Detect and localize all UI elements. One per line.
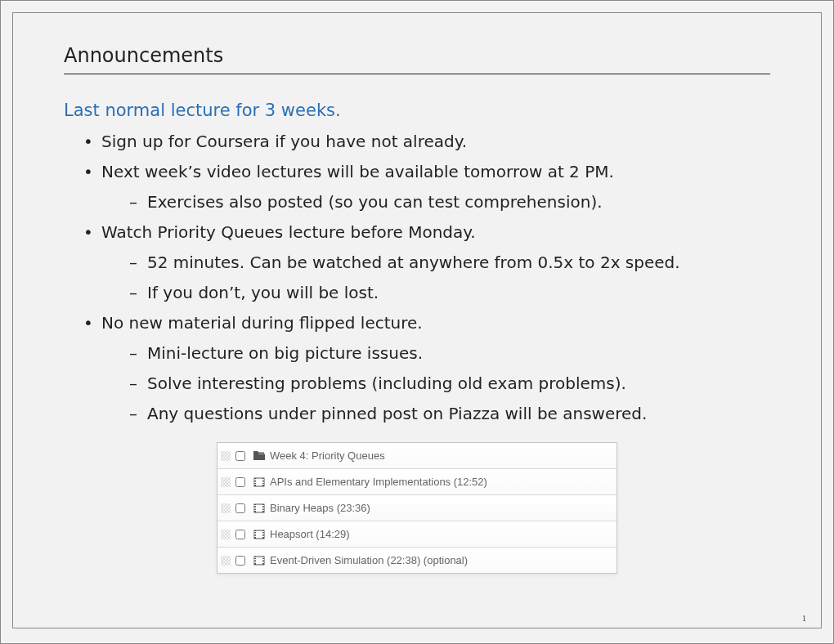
sub-bullet-text: Exercises also posted (so you can test c… [147,192,603,212]
svg-rect-14 [254,505,256,506]
svg-rect-5 [254,482,256,483]
title-rule [64,74,770,74]
page-container: Announcements Last normal lecture for 3 … [0,0,834,644]
folder-icon [253,451,265,461]
section-subhead: Last normal lecture for 3 weeks. [64,101,770,120]
film-icon [253,530,265,539]
drag-handle-icon[interactable] [221,477,231,487]
row-checkbox[interactable] [235,530,245,539]
film-icon [253,477,265,487]
drag-handle-icon[interactable] [221,451,231,461]
svg-rect-6 [254,484,256,485]
sub-bullet-list: Exercises also posted (so you can test c… [101,187,770,217]
svg-rect-28 [254,536,256,537]
sub-bullet-text: Mini-lecture on big picture issues. [147,343,423,363]
video-row-label: Binary Heaps (23:36) [270,502,370,514]
sub-bullet-item: Any questions under pinned post on Piazz… [126,399,770,429]
svg-rect-21 [262,510,264,511]
sub-bullet-item: Solve interesting problems (including ol… [126,369,770,399]
sub-bullet-list: Mini-lecture on big picture issues. Solv… [101,338,770,429]
svg-rect-7 [262,479,264,480]
bullet-text: Watch Priority Queues lecture before Mon… [101,222,476,242]
svg-rect-18 [262,505,264,506]
sub-bullet-item: If you don’t, you will be lost. [126,278,770,308]
bullet-item: Next week’s video lectures will be avail… [80,157,770,217]
bullet-item: No new material during flipped lecture. … [80,308,770,429]
svg-rect-19 [262,507,264,508]
sub-bullet-item: Mini-lecture on big picture issues. [126,338,770,369]
svg-rect-37 [254,559,256,560]
svg-rect-42 [262,561,264,561]
svg-rect-20 [262,508,264,509]
row-checkbox[interactable] [235,556,245,566]
slide: Announcements Last normal lecture for 3 … [12,12,822,628]
video-row[interactable]: Binary Heaps (23:36) [217,495,617,521]
video-row-label: Event-Driven Simulation (22:38) (optiona… [270,554,468,566]
row-checkbox[interactable] [235,451,245,461]
svg-rect-27 [254,534,256,535]
bullet-item: Watch Priority Queues lecture before Mon… [80,217,770,308]
svg-rect-31 [262,534,264,535]
row-checkbox[interactable] [235,503,245,513]
page-number: 1 [802,614,806,623]
row-checkbox[interactable] [235,477,245,487]
svg-rect-43 [262,562,264,563]
svg-rect-25 [254,531,256,532]
svg-rect-15 [254,507,256,508]
video-row[interactable]: Week 4: Priority Queues [217,443,617,469]
sub-bullet-item: 52 minutes. Can be watched at anywhere f… [126,248,770,278]
drag-handle-icon[interactable] [221,530,231,539]
video-row[interactable]: Heapsort (14:29) [217,521,617,548]
bullet-item: Sign up for Coursera if you have not alr… [80,127,770,157]
film-icon [253,503,265,513]
svg-rect-4 [254,481,256,481]
sub-bullet-text: 52 minutes. Can be watched at anywhere f… [147,253,680,272]
svg-rect-17 [254,510,256,511]
sub-bullet-text: Any questions under pinned post on Piazz… [147,404,647,423]
sub-bullet-text: If you don’t, you will be lost. [147,283,379,302]
svg-rect-32 [262,536,264,537]
svg-rect-39 [254,562,256,563]
sub-bullet-text: Solve interesting problems (including ol… [147,373,626,393]
svg-rect-36 [254,557,256,558]
drag-handle-icon[interactable] [221,556,231,566]
svg-rect-41 [262,559,264,560]
bullet-list: Sign up for Coursera if you have not alr… [64,127,770,429]
sub-bullet-list: 52 minutes. Can be watched at anywhere f… [101,248,770,308]
svg-rect-10 [262,484,264,485]
svg-rect-40 [262,557,264,558]
slide-title: Announcements [64,44,770,67]
svg-rect-8 [262,481,264,481]
svg-rect-16 [254,508,256,509]
video-row-label: APIs and Elementary Implementations (12:… [270,476,487,488]
svg-rect-30 [262,533,264,534]
video-list: Week 4: Priority Queues APIs and Element… [217,442,617,574]
video-row-label: Heapsort (14:29) [270,528,350,540]
video-row-label: Week 4: Priority Queues [270,449,385,462]
svg-rect-29 [262,531,264,532]
drag-handle-icon[interactable] [221,503,231,513]
video-row[interactable]: Event-Driven Simulation (22:38) (optiona… [217,548,617,573]
film-icon [253,556,265,566]
bullet-text: Next week’s video lectures will be avail… [101,162,614,181]
svg-rect-3 [254,479,256,480]
svg-rect-26 [254,533,256,534]
sub-bullet-item: Exercises also posted (so you can test c… [126,187,770,217]
svg-rect-9 [262,482,264,483]
video-row[interactable]: APIs and Elementary Implementations (12:… [217,469,617,495]
bullet-text: Sign up for Coursera if you have not alr… [101,132,467,151]
svg-rect-38 [254,561,256,561]
bullet-text: No new material during flipped lecture. [101,313,423,333]
